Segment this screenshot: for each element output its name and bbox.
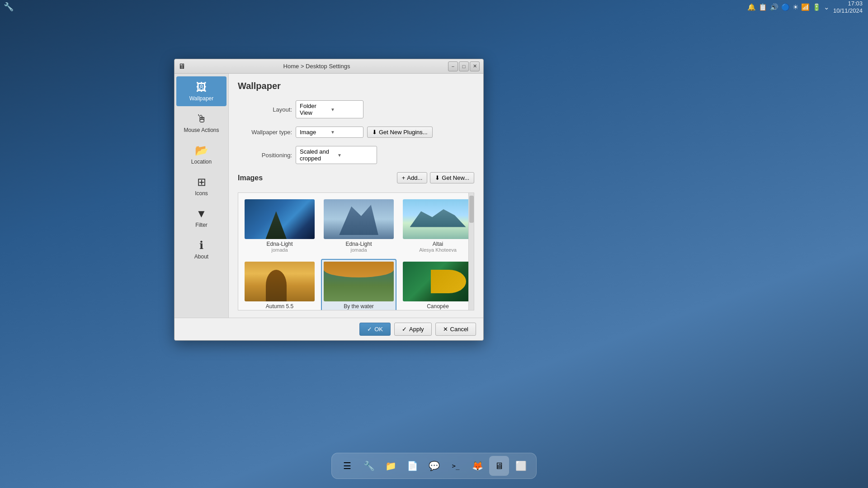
bluetooth-icon[interactable]: 🔵 — [781, 3, 790, 11]
thumb-art-edna2 — [324, 199, 394, 239]
add-image-button[interactable]: + Add... — [397, 172, 428, 183]
time-display: 17:03 — [833, 0, 863, 7]
images-scrollbar[interactable] — [468, 193, 474, 310]
taskbar-system-settings[interactable]: 🔧 — [359, 456, 379, 476]
taskbar-desktop-settings[interactable]: 🖥 — [489, 456, 509, 476]
sidebar-item-mouse-actions[interactable]: 🖱 Mouse Actions — [176, 108, 226, 138]
taskbar-chat[interactable]: 💬 — [424, 456, 444, 476]
image-item-edna1[interactable]: Edna-Light jomada — [242, 197, 317, 255]
sidebar-icons-label: Icons — [195, 190, 208, 197]
expand-icon[interactable]: ⌄ — [824, 3, 830, 11]
dialog-footer: ✓ OK ✓ Apply ✕ Cancel — [175, 318, 483, 340]
image-name-edna2: Edna-Light — [345, 241, 372, 247]
desktop-settings-taskbar-icon: 🖥 — [495, 461, 504, 471]
positioning-select[interactable]: Scaled and cropped ▼ — [296, 146, 377, 164]
image-item-altai[interactable]: Altai Alesya Khoteeva — [400, 197, 474, 255]
dialog-title: Home > Desktop Settings — [188, 63, 445, 70]
terminal-taskbar-icon: >_ — [452, 462, 460, 469]
sidebar-item-wallpaper[interactable]: 🖼 Wallpaper — [176, 76, 226, 106]
firefox-taskbar-icon: 🦊 — [472, 460, 483, 471]
app-launcher-icon[interactable]: 🔧 — [4, 2, 14, 12]
icons-sidebar-icon: ⊞ — [197, 176, 206, 188]
cancel-button[interactable]: ✕ Cancel — [435, 323, 476, 336]
brightness-icon[interactable]: ☀ — [793, 3, 798, 11]
sidebar-item-filter[interactable]: ▼ Filter — [176, 203, 226, 233]
thumb-art-autumn — [245, 262, 315, 301]
text-editor-taskbar-icon: 📄 — [407, 460, 418, 471]
wallpaper-type-select[interactable]: Image ▼ — [296, 127, 363, 138]
topbar: 🔔 📋 🔊 🔵 ☀ 📶 🔋 ⌄ 17:03 10/11/2024 — [0, 0, 868, 14]
sidebar-item-about[interactable]: ℹ About — [176, 235, 226, 264]
clipboard-icon[interactable]: 📋 — [759, 3, 767, 11]
scrollbar-thumb — [469, 196, 474, 223]
taskbar-file-manager[interactable]: 📁 — [381, 456, 401, 476]
image-thumb-autumn — [245, 262, 315, 301]
apply-button[interactable]: ✓ Apply — [394, 323, 432, 336]
layout-select[interactable]: Folder View ▼ — [296, 100, 363, 118]
filter-sidebar-icon: ▼ — [196, 207, 207, 220]
add-icon: + — [402, 174, 406, 181]
taskbar-screen[interactable]: ⬜ — [511, 456, 531, 476]
add-label: Add... — [407, 174, 422, 181]
cancel-label: Cancel — [450, 326, 468, 333]
thumb-art-water — [324, 262, 394, 301]
image-item-water[interactable]: By the water — [321, 259, 396, 310]
wallpaper-sidebar-icon: 🖼 — [196, 81, 207, 94]
taskbar: ☰ 🔧 📁 📄 💬 >_ 🦊 🖥 ⬜ — [331, 453, 537, 479]
battery-icon[interactable]: 🔋 — [812, 3, 821, 11]
taskbar-firefox[interactable]: 🦊 — [467, 456, 487, 476]
images-title: Images — [238, 174, 263, 182]
image-item-edna2[interactable]: Edna-Light jomada — [321, 197, 396, 255]
image-author-edna2: jomada — [350, 247, 367, 253]
about-sidebar-icon: ℹ — [199, 239, 203, 252]
location-sidebar-icon: 📂 — [195, 144, 208, 157]
start-menu-icon: ☰ — [343, 460, 351, 471]
layout-label: Layout: — [238, 106, 292, 113]
get-new-plugins-button[interactable]: ⬇ Get New Plugins... — [367, 127, 433, 138]
chat-taskbar-icon: 💬 — [429, 460, 440, 471]
wallpaper-type-arrow: ▼ — [330, 130, 359, 135]
system-tray: 🔔 📋 🔊 🔵 ☀ 📶 🔋 ⌄ — [747, 3, 830, 11]
notifications-icon[interactable]: 🔔 — [747, 3, 756, 11]
window-maximize-button[interactable]: □ — [459, 61, 469, 71]
file-manager-taskbar-icon: 📁 — [385, 460, 396, 471]
image-item-canopee[interactable]: Canopée — [400, 259, 474, 310]
taskbar-terminal[interactable]: >_ — [446, 456, 466, 476]
apply-checkmark-icon: ✓ — [402, 326, 407, 333]
sidebar-wallpaper-label: Wallpaper — [189, 95, 214, 102]
clock: 17:03 10/11/2024 — [833, 0, 863, 14]
cancel-x-icon: ✕ — [443, 326, 448, 333]
thumb-art-altai — [403, 199, 473, 239]
taskbar-start-menu[interactable]: ☰ — [337, 456, 357, 476]
screen-taskbar-icon: ⬜ — [515, 460, 527, 471]
image-name-altai: Altai — [433, 241, 443, 247]
sidebar-mouse-actions-label: Mouse Actions — [184, 127, 219, 133]
layout-dropdown-arrow: ▼ — [330, 107, 359, 112]
images-grid: Edna-Light jomada Edna-Light jomada — [238, 193, 474, 310]
dialog-titlebar: 🖥 Home > Desktop Settings − □ ✕ — [175, 59, 483, 74]
images-header: Images + Add... ⬇ Get New... — [238, 172, 474, 183]
sidebar-item-location[interactable]: 📂 Location — [176, 140, 226, 169]
sidebar-item-icons[interactable]: ⊞ Icons — [176, 171, 226, 201]
main-content-area: Wallpaper Layout: Folder View ▼ Wallpape… — [229, 74, 483, 318]
window-minimize-button[interactable]: − — [448, 61, 458, 71]
image-thumb-canopee — [403, 262, 473, 301]
dialog-app-icon: 🖥 — [178, 62, 185, 70]
image-item-autumn[interactable]: Autumn 5.5 — [242, 259, 317, 310]
sidebar-location-label: Location — [191, 159, 212, 165]
window-close-button[interactable]: ✕ — [470, 61, 480, 71]
sidebar-filter-label: Filter — [195, 222, 208, 228]
get-new-images-button[interactable]: ⬇ Get New... — [430, 172, 474, 183]
positioning-row: Positioning: Scaled and cropped ▼ — [238, 146, 474, 164]
volume-icon[interactable]: 🔊 — [770, 3, 778, 11]
window-controls: − □ ✕ — [448, 61, 480, 71]
images-grid-wrapper: Edna-Light jomada Edna-Light jomada — [238, 192, 474, 310]
ok-checkmark-icon: ✓ — [367, 326, 372, 333]
taskbar-text-editor[interactable]: 📄 — [402, 456, 422, 476]
ok-button[interactable]: ✓ OK — [359, 323, 391, 336]
wifi-icon[interactable]: 📶 — [801, 3, 810, 11]
image-thumb-altai — [403, 199, 473, 239]
dialog-body: 🖼 Wallpaper 🖱 Mouse Actions 📂 Location ⊞… — [175, 74, 483, 318]
get-new-plugins-label: Get New Plugins... — [379, 129, 428, 136]
thumb-art-canopee — [403, 262, 473, 301]
